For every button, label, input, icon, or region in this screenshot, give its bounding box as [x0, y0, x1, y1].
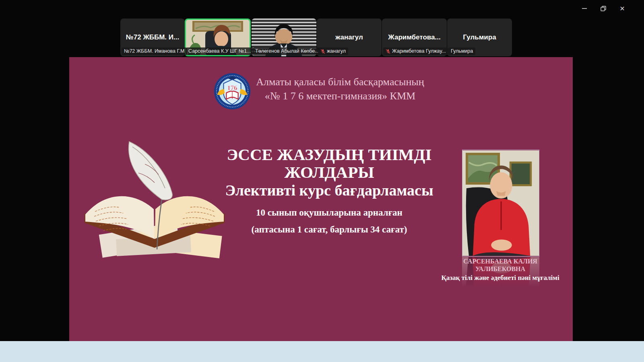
participant-name-chip: жанагул	[318, 47, 348, 55]
participant-tile-imanova[interactable]: №72 ЖББМ. И... №72 ЖББМ. Иманова Г.М	[120, 19, 185, 56]
mic-muted-icon	[386, 49, 390, 54]
teacher-caption: САРСЕНБАЕВА КАЛИЯ УАЛИБЕКОВНА Қазақ тілі…	[434, 257, 567, 282]
participant-name-chip: №72 ЖББМ. Иманова Г.М	[122, 47, 187, 55]
participant-tile-sarsenbaeva[interactable]: Сарсенбаева К.У ШГ №1...	[185, 19, 251, 56]
participant-tile-gulmira[interactable]: Гульмира Гульмира	[447, 19, 512, 56]
screen: ✕ №72 ЖББМ. И... №72 ЖББМ. Иманова Г.М	[0, 0, 644, 362]
slide-title-line-2: ЖОЛДАРЫ	[208, 163, 450, 181]
close-icon: ✕	[619, 5, 625, 12]
teacher-name-line-1: САРСЕНБАЕВА КАЛИЯ	[434, 257, 567, 265]
participant-name-chip: Жаримбетова Гулжау...	[383, 47, 448, 55]
shared-presentation-slide: 176 Алматы қаласы білім басқармасының «№…	[69, 57, 573, 341]
teacher-name-line-2: УАЛИБЕКОВНА	[434, 265, 567, 273]
mic-muted-icon	[320, 49, 325, 54]
org-line-1: Алматы қаласы білім басқармасының	[219, 75, 461, 89]
participant-tile-zharimbetova[interactable]: Жаримбетова... Жаримбетова Гулжау...	[382, 19, 447, 56]
restore-button[interactable]	[597, 2, 610, 15]
slide-audience: 10 сынып оқушыларына арналған	[208, 208, 450, 218]
taskbar: BRI - AVL Game score 1	[0, 341, 644, 362]
participant-name-chip: Гульмира	[448, 47, 475, 55]
slide-hours: (аптасына 1 сағат, барлығы 34 сағат)	[208, 224, 450, 235]
participant-tile-zhanagul[interactable]: жанагул жанагул	[317, 19, 382, 56]
participant-tile-tolegenov[interactable]: Төлегенов Абылай Көпбе...	[252, 19, 316, 56]
slide-subtitle: Элективті курс бағдарламасы	[208, 181, 450, 200]
slide-title-line-1: ЭССЕ ЖАЗУДЫҢ ТИІМДІ	[208, 146, 450, 163]
close-button[interactable]: ✕	[616, 2, 629, 15]
organization-header: Алматы қаласы білім басқармасының «№ 1 7…	[219, 75, 461, 103]
participant-name-chip: Сарсенбаева К.У ШГ №1...	[186, 47, 254, 55]
minimize-button[interactable]	[578, 2, 591, 15]
participant-name-chip: Төлегенов Абылай Көпбе...	[253, 47, 322, 55]
org-line-2: «№ 1 7 6 мектеп-гимназия» КММ	[219, 89, 461, 103]
teacher-role: Қазақ тілі және әдебиеті пәні мұғалімі	[434, 274, 567, 282]
minimize-icon	[580, 4, 588, 12]
teacher-photo	[462, 150, 539, 257]
restore-icon	[599, 4, 607, 12]
slide-title-block: ЭССЕ ЖАЗУДЫҢ ТИІМДІ ЖОЛДАРЫ Элективті ку…	[208, 146, 450, 235]
